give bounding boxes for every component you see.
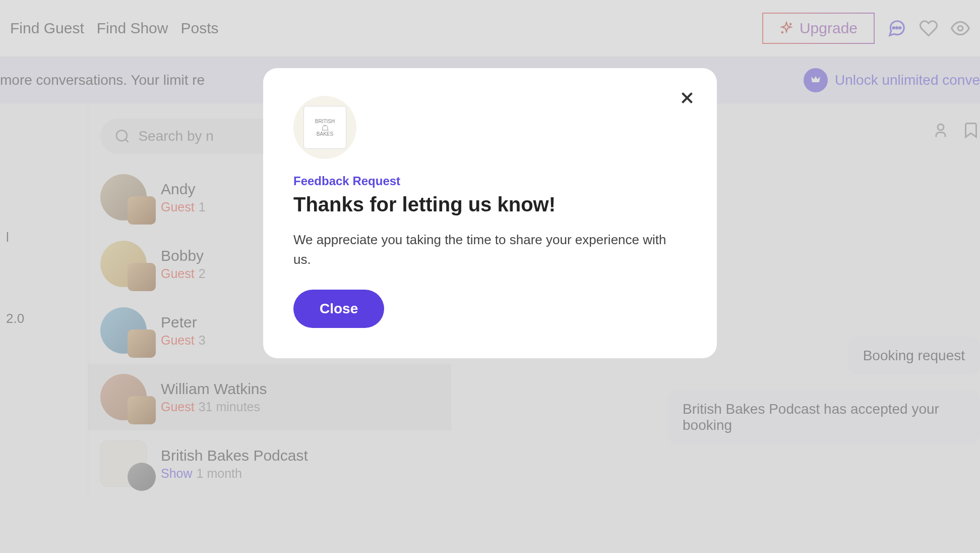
close-button[interactable]: Close [293, 290, 384, 328]
modal-body: We appreciate you taking the time to sha… [293, 230, 687, 269]
modal-overlay: BRITISH BAKES Feedback Request Thanks fo… [0, 0, 980, 553]
modal-logo: BRITISH BAKES [293, 96, 356, 159]
modal-eyebrow: Feedback Request [293, 174, 687, 188]
feedback-modal: BRITISH BAKES Feedback Request Thanks fo… [263, 68, 717, 358]
close-icon[interactable] [678, 88, 697, 107]
modal-title: Thanks for letting us know! [293, 193, 687, 216]
